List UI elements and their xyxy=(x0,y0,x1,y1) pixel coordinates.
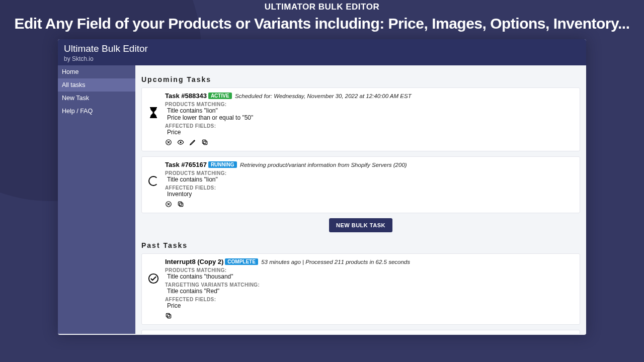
products-matching-label: PRODUCTS MATCHING: xyxy=(165,267,575,273)
status-badge: COMPLETE xyxy=(225,258,258,265)
status-badge: RUNNING xyxy=(208,161,237,168)
task-status-text: 53 minutes ago | Processed 211 products … xyxy=(261,259,410,265)
copy-icon[interactable] xyxy=(165,312,172,319)
check-icon xyxy=(147,258,160,284)
matching-rule: Price lower than or equal to "50" xyxy=(165,114,575,121)
svg-point-3 xyxy=(180,141,182,143)
svg-rect-8 xyxy=(178,202,182,205)
task-id: Task #765167 xyxy=(165,161,207,168)
products-matching-label: PRODUCTS MATCHING: xyxy=(165,102,575,107)
cancel-icon[interactable] xyxy=(165,139,172,146)
affected-fields-label: AFFECTED FIELDS: xyxy=(165,123,575,129)
status-badge: ACTIVE xyxy=(208,93,232,99)
app-subtitle: by Sktch.io xyxy=(64,55,580,62)
svg-rect-1 xyxy=(150,117,157,118)
new-bulk-task-button[interactable]: NEW BULK TASK xyxy=(329,218,392,232)
task-card: Task #765167RUNNING Retrieving product/v… xyxy=(141,156,580,213)
svg-rect-10 xyxy=(168,315,171,318)
svg-rect-5 xyxy=(202,140,206,143)
task-status-text: Scheduled for: Wednesday, November 30, 2… xyxy=(235,93,412,99)
matching-rule: Title contains "lion" xyxy=(165,176,575,183)
sidebar-item-all-tasks[interactable]: All tasks xyxy=(58,78,135,92)
variants-matching-label: TARGETTING VARIANTS MATCHING: xyxy=(165,282,575,288)
task-status-text: Retrieving product/variant information f… xyxy=(240,162,407,168)
hero-title-small: ULTIMATOR BULK EDITOR xyxy=(0,2,644,12)
edit-icon[interactable] xyxy=(189,139,196,146)
sidebar: HomeAll tasksNew TaskHelp / FAQ xyxy=(58,65,135,334)
variant-rule: Title contains "Red" xyxy=(165,288,575,295)
sidebar-item-home[interactable]: Home xyxy=(58,65,135,78)
task-card: Task #588343ACTIVE Scheduled for: Wednes… xyxy=(141,87,580,151)
task-id: Interrupt8 (Copy 2) xyxy=(165,258,223,265)
svg-rect-0 xyxy=(150,107,157,108)
affected-fields-label: AFFECTED FIELDS: xyxy=(165,185,575,191)
matching-rule: Title contains "thousand" xyxy=(165,273,575,280)
hero-title-big: Edit Any Field of your Products or Varia… xyxy=(0,15,644,32)
sidebar-item-help-faq[interactable]: Help / FAQ xyxy=(58,105,135,118)
affected-fields-label: AFFECTED FIELDS: xyxy=(165,297,575,302)
view-icon[interactable] xyxy=(177,139,184,146)
spinner-icon xyxy=(147,161,160,186)
sidebar-item-new-task[interactable]: New Task xyxy=(58,92,135,105)
app-header: Ultimate Bulk Editor by Sktch.io xyxy=(58,39,586,65)
affected-field: Inventory xyxy=(165,191,575,198)
copy-icon[interactable] xyxy=(177,201,184,208)
section-upcoming-title: Upcoming Tasks xyxy=(141,75,580,83)
affected-field: Price xyxy=(165,129,575,136)
section-past-title: Past Tasks xyxy=(141,241,580,249)
app-title: Ultimate Bulk Editor xyxy=(64,43,580,54)
task-card: Interrupt8 (Copy 2)COMPLETE 53 minutes a… xyxy=(141,253,580,325)
task-id: Task #588343 xyxy=(165,92,207,100)
svg-rect-11 xyxy=(166,313,170,317)
task-card: Task #451847COMPLETE about 19 hours ago … xyxy=(141,330,580,334)
svg-rect-4 xyxy=(204,141,207,145)
affected-field: Price xyxy=(165,302,575,309)
copy-icon[interactable] xyxy=(201,139,208,146)
matching-rule: Title contains "lion" xyxy=(165,107,575,114)
hourglass-icon xyxy=(147,92,160,118)
svg-rect-7 xyxy=(180,203,183,207)
cancel-icon[interactable] xyxy=(165,201,172,208)
products-matching-label: PRODUCTS MATCHING: xyxy=(165,170,575,176)
app-window: Ultimate Bulk Editor by Sktch.io HomeAll… xyxy=(58,39,586,335)
content-area: Upcoming Tasks Task #588343ACTIVE Schedu… xyxy=(135,65,586,334)
